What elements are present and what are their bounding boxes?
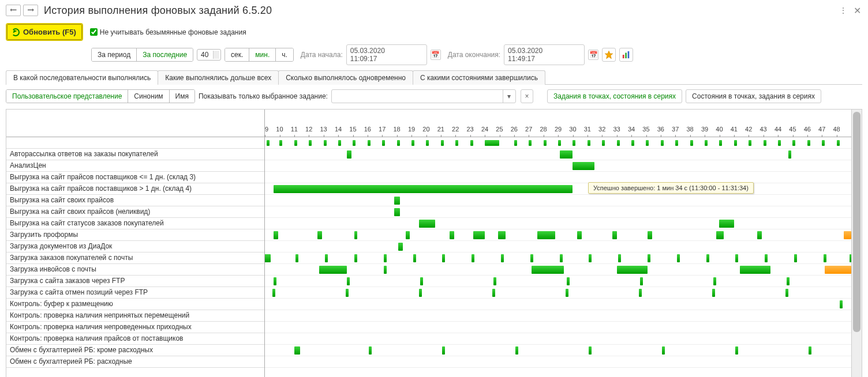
gantt-bar[interactable] [566,289,568,297]
gantt-bar[interactable] [734,140,737,146]
gantt-bar[interactable] [419,289,422,297]
period-button[interactable]: За период [92,48,137,61]
scroll-thumb[interactable] [853,112,860,332]
gantt-bar[interactable] [501,254,504,262]
gantt-bar[interactable] [573,162,594,170]
repr-synonym[interactable]: Синоним [128,90,169,103]
gantt-bar[interactable] [325,254,328,262]
gantt-bar[interactable] [492,289,495,297]
gantt-bar[interactable] [787,277,790,285]
chart-config-button[interactable] [619,48,633,62]
gantt-bar[interactable] [473,231,485,239]
gantt-bar[interactable] [411,140,414,146]
gantt-bar[interactable] [716,231,724,239]
more-menu-icon[interactable]: ⋮ [838,5,848,16]
vertical-scrollbar[interactable] [851,110,862,377]
gantt-bar[interactable] [413,254,416,262]
gantt-bar[interactable] [265,254,271,262]
gantt-bar[interactable] [825,266,851,274]
date-start-picker-icon[interactable]: 📅 [431,50,441,60]
gantt-bar[interactable] [788,150,791,159]
gantt-bar[interactable] [441,140,444,146]
gantt-bar[interactable] [455,140,458,146]
gantt-bar[interactable] [785,289,788,297]
gantt-bar[interactable] [294,346,300,355]
gantt-bar[interactable] [712,289,715,297]
gantt-bar[interactable] [398,243,403,251]
tab-sequence[interactable]: В какой последовательности выполнялись [6,70,158,85]
unit-min[interactable]: мин. [249,48,276,61]
gantt-bar[interactable] [612,231,617,239]
gantt-bar[interactable] [347,277,350,285]
gantt-bar[interactable] [368,140,371,146]
date-end-field[interactable]: 05.03.2020 11:49:17 [504,44,585,65]
gantt-bar[interactable] [397,140,400,146]
gantt-bar[interactable] [515,346,518,355]
gantt-bar[interactable] [450,231,454,239]
gantt-bar[interactable] [573,140,575,146]
gantt-bar[interactable] [794,254,797,262]
gantt-bar[interactable] [537,231,555,239]
gantt-bar[interactable] [406,231,410,239]
date-start-field[interactable]: 05.03.2020 11:09:17 [346,44,427,65]
gantt-bar[interactable] [346,289,349,297]
gantt-bar[interactable] [765,254,768,262]
gantt-bar[interactable] [338,140,341,146]
gantt-bar[interactable] [420,277,423,285]
gantt-bar[interactable] [713,277,716,285]
chevron-down-icon[interactable]: ▾ [503,90,515,103]
gantt-bar[interactable] [719,220,734,228]
forward-button[interactable]: 🠖 [23,5,38,16]
gantt-bar[interactable] [544,140,547,146]
gantt-bar[interactable] [530,254,533,262]
gantt-bar[interactable] [274,231,278,239]
gantt-bar[interactable] [844,231,851,239]
close-icon[interactable]: ✕ [852,5,862,16]
gantt-bar[interactable] [822,140,825,146]
tab-longest[interactable]: Какие выполнялись дольше всех [158,70,279,85]
tab-concurrent[interactable]: Сколько выполнялось одновременно [278,70,413,85]
gantt-bar[interactable] [757,231,762,239]
gantt-bar[interactable] [382,140,385,146]
gantt-bar[interactable] [272,289,275,297]
gantt-bar[interactable] [837,140,840,146]
gantt-bar[interactable] [347,150,351,159]
last-button[interactable]: За последние [137,48,193,61]
gantt-bar[interactable] [560,254,563,262]
gantt-bar[interactable] [792,140,795,146]
gantt-bar[interactable] [640,277,643,285]
gantt-bar[interactable] [426,140,429,146]
gantt-bar[interactable] [719,140,722,146]
gantt-bar[interactable] [384,254,387,262]
favorite-button[interactable] [602,48,616,62]
repr-user[interactable]: Пользовательское представление [6,90,128,103]
gantt-bar[interactable] [294,140,297,146]
gantt-bar[interactable] [558,140,561,146]
gantt-bar[interactable] [735,254,738,262]
gantt-bar[interactable] [384,266,387,274]
unit-sec[interactable]: сек. [225,48,249,61]
gantt-bar[interactable] [735,346,738,355]
gantt-bar[interactable] [529,140,532,146]
series-mode-1[interactable]: Задания в точках, состояния в сериях [547,89,682,103]
gantt-bar[interactable] [353,140,356,146]
gantt-bar[interactable] [577,231,582,239]
back-button[interactable]: 🠔 [6,5,21,16]
unit-hour[interactable]: ч. [276,48,293,61]
clear-select-button[interactable]: × [521,89,533,103]
gantt-bar[interactable] [661,140,664,146]
gantt-bar[interactable] [618,254,621,262]
gantt-bar[interactable] [267,140,270,146]
gantt-bar[interactable] [394,197,400,205]
gantt-bar[interactable] [639,289,642,297]
gantt-bar[interactable] [749,140,751,146]
repr-name[interactable]: Имя [170,90,194,103]
gantt-bar[interactable] [354,254,357,262]
gantt-bar[interactable] [677,254,680,262]
gantt-bar[interactable] [470,140,473,146]
gantt-bar[interactable] [740,266,770,274]
gantt-bar[interactable] [274,277,276,285]
task-select[interactable]: ▾ [331,89,516,103]
gantt-bar[interactable] [631,140,634,146]
gantt-bar[interactable] [295,254,298,262]
